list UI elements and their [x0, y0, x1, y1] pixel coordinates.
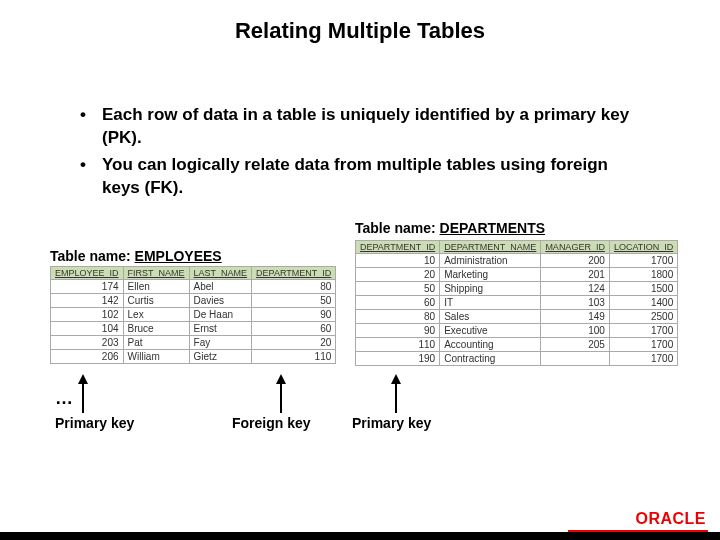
caption-name: DEPARTMENTS — [440, 220, 546, 236]
table-row: 20Marketing2011800 — [356, 267, 678, 281]
col-header: DEPARTMENT_NAME — [440, 240, 541, 253]
employees-caption: Table name: EMPLOYEES — [50, 248, 222, 264]
departments-caption: Table name: DEPARTMENTS — [355, 220, 545, 236]
oracle-logo: ORACLE — [635, 510, 706, 528]
table-row: 203PatFay20 — [51, 335, 336, 349]
caption-prefix: Table name: — [355, 220, 440, 236]
caption-name: EMPLOYEES — [135, 248, 222, 264]
col-header: MANAGER_ID — [541, 240, 610, 253]
table-row: 190Contracting1700 — [356, 351, 678, 365]
bullet-item: You can logically relate data from multi… — [80, 154, 650, 200]
table-row: 102LexDe Haan90 — [51, 307, 336, 321]
col-header: LAST_NAME — [189, 266, 252, 279]
primary-key-label: Primary key — [352, 415, 431, 431]
table-row: 142CurtisDavies50 — [51, 293, 336, 307]
employees-table: EMPLOYEE_ID FIRST_NAME LAST_NAME DEPARTM… — [50, 266, 336, 364]
bullet-list: Each row of data in a table is uniquely … — [80, 104, 650, 200]
table-row: 174EllenAbel80 — [51, 279, 336, 293]
foreign-key-label: Foreign key — [232, 415, 311, 431]
footer-bar: I - 21 Copyright © 2006, Oracle. All rig… — [0, 532, 720, 540]
ellipsis: … — [55, 388, 73, 409]
slide-title: Relating Multiple Tables — [0, 18, 720, 44]
table-header-row: EMPLOYEE_ID FIRST_NAME LAST_NAME DEPARTM… — [51, 266, 336, 279]
table-header-row: DEPARTMENT_ID DEPARTMENT_NAME MANAGER_ID… — [356, 240, 678, 253]
table-row: 80Sales1492500 — [356, 309, 678, 323]
caption-prefix: Table name: — [50, 248, 135, 264]
col-header: DEPARTMENT_ID — [356, 240, 440, 253]
slide: Relating Multiple Tables Each row of dat… — [0, 18, 720, 540]
col-header: EMPLOYEE_ID — [51, 266, 124, 279]
table-row: 50Shipping1241500 — [356, 281, 678, 295]
col-header: LOCATION_ID — [609, 240, 677, 253]
departments-table: DEPARTMENT_ID DEPARTMENT_NAME MANAGER_ID… — [355, 240, 678, 366]
table-row: 206WilliamGietz110 — [51, 349, 336, 363]
primary-key-label: Primary key — [55, 415, 134, 431]
table-row: 110Accounting2051700 — [356, 337, 678, 351]
arrow-line — [280, 383, 282, 413]
col-header: DEPARTMENT_ID — [252, 266, 336, 279]
bullet-item: Each row of data in a table is uniquely … — [80, 104, 650, 150]
arrow-line — [395, 383, 397, 413]
table-row: 104BruceErnst60 — [51, 321, 336, 335]
table-row: 90Executive1001700 — [356, 323, 678, 337]
table-row: 60IT1031400 — [356, 295, 678, 309]
col-header: FIRST_NAME — [123, 266, 189, 279]
table-row: 10Administration2001700 — [356, 253, 678, 267]
arrow-line — [82, 383, 84, 413]
